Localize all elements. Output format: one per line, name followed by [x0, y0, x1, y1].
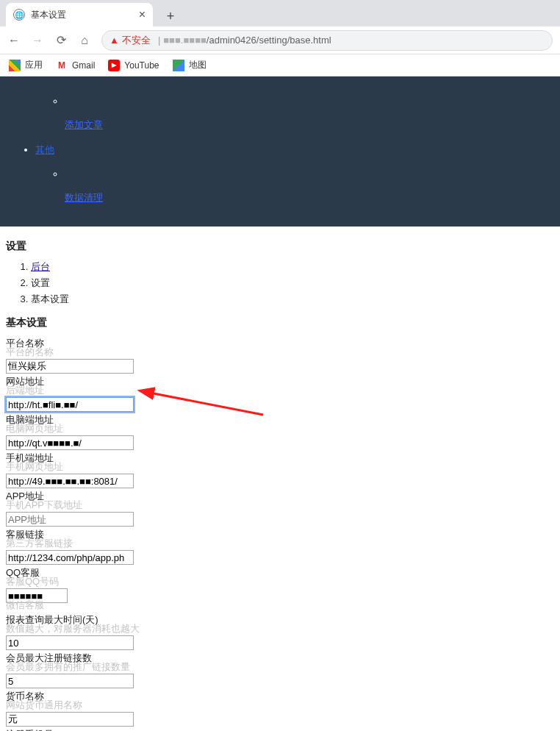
nav-subitem-bullet	[65, 96, 560, 107]
crumb-item: 设置	[31, 277, 554, 290]
nav-link-add-article[interactable]: 添加文章	[65, 119, 103, 130]
separator: |	[158, 35, 160, 46]
warning-icon: ▲	[110, 35, 119, 46]
bookmark-maps[interactable]: 地图	[173, 59, 207, 71]
input-report-days[interactable]	[6, 635, 134, 650]
sub-wechat-kefu: 微信客服	[6, 599, 554, 612]
nav-link-other[interactable]: 其他	[35, 144, 54, 155]
bookmark-youtube[interactable]: ▶YouTube	[108, 60, 159, 71]
admin-sidebar-dark: 添加文章 其他 数据清理	[0, 76, 560, 227]
youtube-icon: ▶	[108, 60, 120, 71]
browser-toolbar: ← → ⟳ ⌂ ▲ 不安全 | ■■■.■■■■/admin0426/setti…	[0, 26, 560, 54]
reload-button[interactable]: ⟳	[54, 33, 68, 47]
nav-category-other: 其他 数据清理	[35, 143, 560, 204]
bookmark-label: YouTube	[124, 60, 159, 71]
input-kefu-link[interactable]	[6, 550, 134, 565]
sub-currency: 网站货币通用名称	[6, 699, 554, 712]
input-mobile-url[interactable]	[6, 474, 134, 488]
url-text: ■■■.■■■■/admin0426/setting/base.html	[163, 35, 331, 46]
back-button[interactable]: ←	[7, 34, 21, 47]
page-body: 设置 后台 设置 基本设置 基本设置 平台名称 平台的名称 网站地址 后端地址 …	[0, 227, 560, 731]
sub-site-url: 后端地址	[6, 384, 554, 397]
page-title: 设置	[6, 240, 554, 253]
close-icon[interactable]: ×	[139, 8, 146, 21]
globe-icon: 🌐	[13, 9, 25, 21]
sub-kefu-link: 第三方客服链接	[6, 537, 554, 550]
input-platform-name[interactable]	[6, 359, 134, 374]
sub-platform-name: 平台的名称	[6, 346, 554, 359]
field-kefu-link: 客服链接 第三方客服链接	[6, 528, 554, 565]
bookmark-label: 应用	[25, 59, 43, 71]
gmail-icon: M	[56, 60, 68, 71]
field-report-days: 报表查询最大时间(天) 数值越大，对服务器消耗也越大	[6, 613, 554, 650]
field-platform-name: 平台名称 平台的名称	[6, 337, 554, 374]
sub-max-reg-links: 会员最多拥有的推广链接数量	[6, 660, 554, 674]
new-tab-button[interactable]: +	[160, 6, 181, 26]
browser-tab-active[interactable]: 🌐 基本设置 ×	[6, 3, 153, 26]
bookmarks-bar: 应用 MGmail ▶YouTube 地图	[0, 54, 560, 76]
crumb-link-admin[interactable]: 后台	[31, 261, 50, 272]
crumb-item: 基本设置	[31, 293, 554, 306]
field-app-url: APP地址 手机APP下载地址	[6, 490, 554, 527]
bookmark-label: Gmail	[72, 60, 95, 71]
nav-link-data-clean[interactable]: 数据清理	[65, 192, 103, 203]
field-pc-url: 电脑端地址 电脑网页地址	[6, 413, 554, 450]
tab-title: 基本设置	[31, 9, 66, 21]
insecure-label: 不安全	[122, 34, 151, 47]
field-currency: 货币名称 网站货币通用名称	[6, 690, 554, 727]
input-site-url[interactable]	[6, 397, 134, 412]
field-max-reg-links: 会员最大注册链接数 会员最多拥有的推广链接数量	[6, 652, 554, 688]
input-pc-url[interactable]	[6, 435, 134, 450]
sub-mobile-url: 手机网页地址	[6, 460, 554, 474]
home-button[interactable]: ⌂	[78, 34, 91, 47]
nav-subitem-bullet	[65, 168, 560, 179]
input-app-url[interactable]	[6, 512, 134, 527]
input-currency[interactable]	[6, 712, 134, 727]
field-qq-kefu: QQ客服 客服QQ号码 微信客服	[6, 566, 554, 612]
label-reg-phone: 注册手机号	[6, 728, 554, 731]
field-site-url: 网站地址 后端地址	[6, 375, 554, 412]
apps-icon	[9, 60, 21, 71]
sub-pc-url: 电脑网页地址	[6, 422, 554, 435]
bookmark-gmail[interactable]: MGmail	[56, 60, 95, 71]
bookmark-label: 地图	[189, 59, 207, 71]
crumb-item: 后台	[31, 260, 554, 274]
sub-app-url: 手机APP下载地址	[6, 499, 554, 512]
field-reg-phone: 注册手机号 注册时,1为必须,0为不必须 关	[6, 728, 554, 731]
sub-qq-kefu: 客服QQ号码	[6, 575, 554, 588]
input-max-reg-links[interactable]	[6, 674, 134, 688]
breadcrumb: 后台 设置 基本设置	[6, 260, 554, 306]
browser-tabbar: 🌐 基本设置 × +	[0, 0, 560, 26]
address-bar[interactable]: ▲ 不安全 | ■■■.■■■■/admin0426/setting/base.…	[101, 30, 553, 51]
sub-report-days: 数值越大，对服务器消耗也越大	[6, 622, 554, 635]
bookmark-apps[interactable]: 应用	[9, 59, 43, 71]
field-mobile-url: 手机端地址 手机网页地址	[6, 452, 554, 488]
maps-icon	[173, 60, 184, 71]
forward-button[interactable]: →	[31, 34, 44, 47]
section-heading: 基本设置	[6, 316, 554, 329]
